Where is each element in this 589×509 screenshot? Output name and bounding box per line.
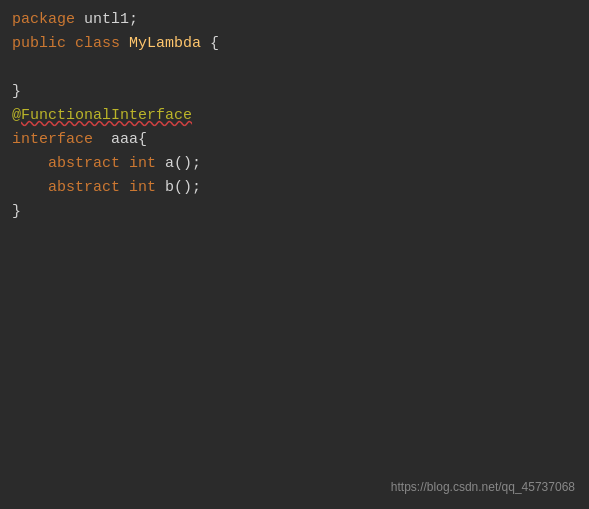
code-line-3	[12, 56, 577, 80]
code-line-6: interface aaa{	[12, 128, 577, 152]
indent-2	[12, 176, 48, 200]
code-line-4: }	[12, 80, 577, 104]
code-line-2: public class MyLambda {	[12, 32, 577, 56]
keyword-public: public	[12, 32, 75, 56]
code-line-9: }	[12, 200, 577, 224]
annotation-functional-interface: @FunctionalInterface	[12, 104, 192, 128]
indent-1	[12, 152, 48, 176]
method-b: b();	[165, 176, 201, 200]
code-editor: package untl1; public class MyLambda { }…	[0, 0, 589, 509]
keyword-int-2: int	[129, 176, 165, 200]
brace-close-2: }	[12, 200, 21, 224]
brace-close: }	[12, 80, 21, 104]
keyword-int-1: int	[129, 152, 165, 176]
code-line-5: @FunctionalInterface	[12, 104, 577, 128]
code-line-8: abstract int b();	[12, 176, 577, 200]
method-a: a();	[165, 152, 201, 176]
package-name: untl1;	[84, 8, 138, 32]
keyword-class: class	[75, 32, 129, 56]
keyword-interface: interface	[12, 128, 93, 152]
brace-open: {	[201, 32, 219, 56]
keyword-package: package	[12, 8, 84, 32]
interface-name: aaa{	[93, 128, 147, 152]
code-line-1: package untl1;	[12, 8, 577, 32]
keyword-abstract-2: abstract	[48, 176, 129, 200]
watermark: https://blog.csdn.net/qq_45737068	[391, 478, 575, 497]
code-line-7: abstract int a();	[12, 152, 577, 176]
class-name: MyLambda	[129, 32, 201, 56]
keyword-abstract-1: abstract	[48, 152, 129, 176]
